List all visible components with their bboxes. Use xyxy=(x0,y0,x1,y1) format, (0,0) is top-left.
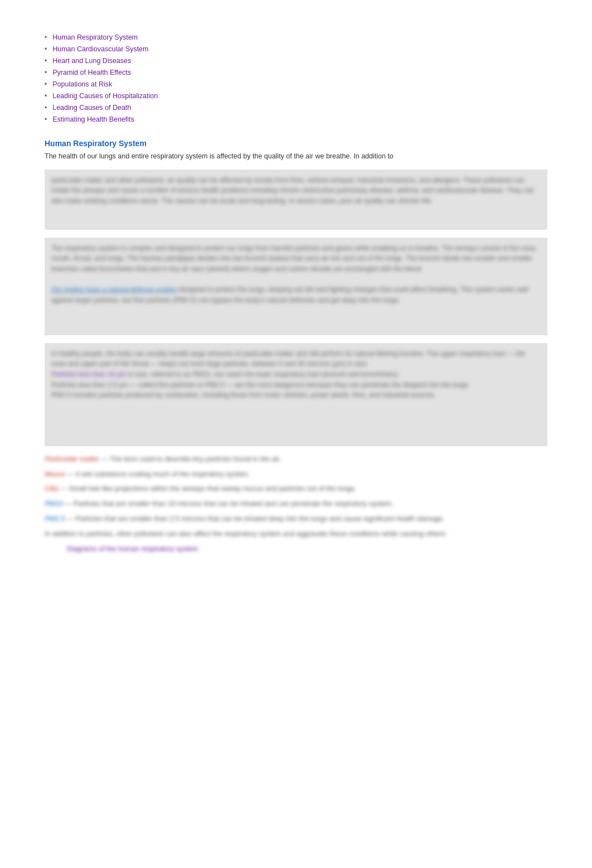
final-paragraph: In addition to particles, other pollutan… xyxy=(45,529,547,539)
blurred-paragraph-2: The respiratory system is complex and de… xyxy=(45,238,547,335)
blurred-paragraph-3: In healthy people, the body can usually … xyxy=(45,343,547,446)
nav-link-1[interactable]: Human Respiratory System xyxy=(52,33,138,41)
nav-link-8[interactable]: Estimating Health Benefits xyxy=(52,115,134,123)
nav-link-7[interactable]: Leading Causes of Death xyxy=(52,104,131,112)
nav-link-2[interactable]: Human Cardiovascular System xyxy=(52,45,148,53)
section-intro: The health of our lungs and entire respi… xyxy=(45,151,547,162)
nav-item-1[interactable]: Human Respiratory System xyxy=(45,33,547,41)
nav-item-6[interactable]: Leading Causes of Hospitalization xyxy=(45,92,547,100)
nav-list: Human Respiratory System Human Cardiovas… xyxy=(45,33,547,123)
nav-link-3[interactable]: Heart and Lung Diseases xyxy=(52,57,131,65)
nav-item-2[interactable]: Human Cardiovascular System xyxy=(45,45,547,53)
term-cilia: Cilia — Small hair-like projections with… xyxy=(45,484,547,494)
nav-link-4[interactable]: Pyramid of Health Effects xyxy=(52,69,131,76)
term-particulate-matter: Particulate matter — The term used to de… xyxy=(45,454,547,465)
section-title: Human Respiratory System xyxy=(45,139,547,148)
nav-item-3[interactable]: Heart and Lung Diseases xyxy=(45,57,547,65)
sub-nav-link-1[interactable]: Diagrams of the human respiratory system xyxy=(67,545,198,553)
term-pm25: PM2.5 — Particles that are smaller than … xyxy=(45,514,547,524)
nav-item-8[interactable]: Estimating Health Benefits xyxy=(45,115,547,123)
nav-item-4[interactable]: Pyramid of Health Effects xyxy=(45,69,547,76)
term-pm10: PM10 — Particles that are smaller than 1… xyxy=(45,499,547,509)
nav-link-6[interactable]: Leading Causes of Hospitalization xyxy=(52,92,158,100)
nav-link-5[interactable]: Populations at Risk xyxy=(52,80,112,88)
sub-nav-item-1[interactable]: Diagrams of the human respiratory system xyxy=(67,545,547,553)
term-mucus: Mucus — A wet substance coating much of … xyxy=(45,469,547,480)
nav-item-5[interactable]: Populations at Risk xyxy=(45,80,547,88)
blurred-paragraph-1: particulate matter and other pollutants,… xyxy=(45,170,547,230)
sub-nav-list: Diagrams of the human respiratory system xyxy=(67,545,547,553)
nav-item-7[interactable]: Leading Causes of Death xyxy=(45,104,547,112)
